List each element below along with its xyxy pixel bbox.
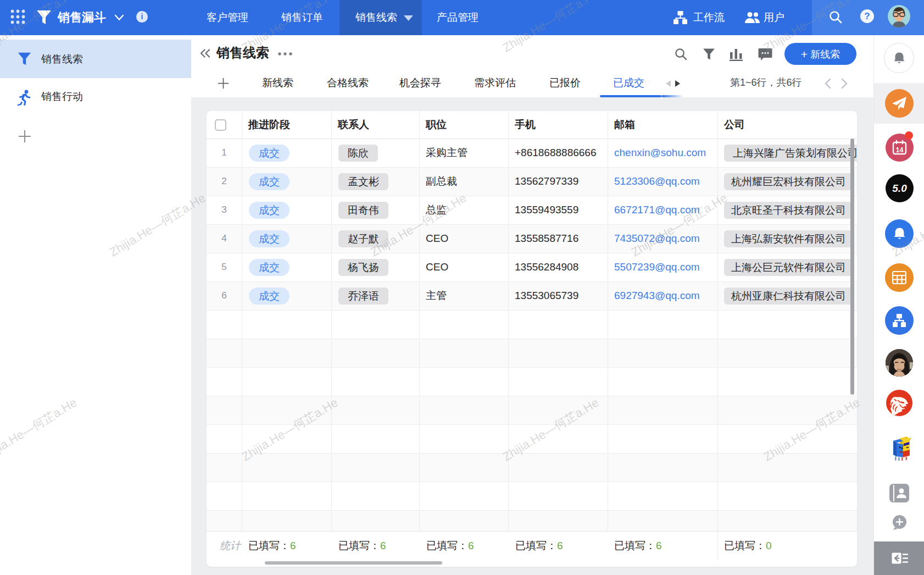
svg-text:14: 14 [896, 146, 904, 154]
